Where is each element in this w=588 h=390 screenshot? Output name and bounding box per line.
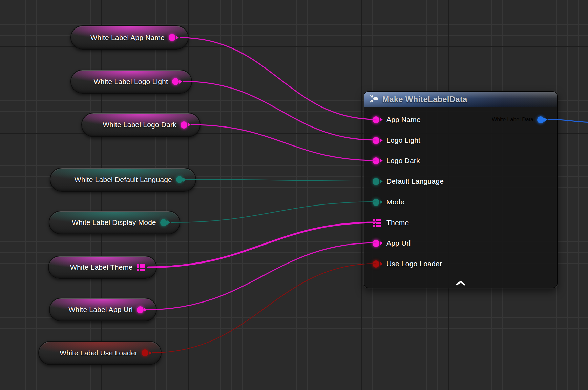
output-pin-enum[interactable]: [160, 219, 170, 226]
pin-dot: [373, 178, 379, 185]
pin-label: Logo Dark: [386, 157, 420, 165]
input-pin-enum[interactable]: [373, 199, 383, 206]
getter-node-white-label-use-loader[interactable]: White Label Use Loader: [38, 341, 162, 365]
input-pin-row-use-logo-loader[interactable]: Use Logo Loader: [373, 260, 442, 268]
pin-label: Logo Light: [386, 136, 420, 144]
input-pin-row-logo-light[interactable]: Logo Light: [373, 137, 420, 144]
wire-display-mode[interactable]: [171, 202, 376, 222]
pin-dot: [373, 240, 379, 247]
chevron-up-icon: [456, 280, 465, 286]
node-title: Make WhiteLabelData: [382, 95, 467, 104]
collapse-node-button[interactable]: [456, 280, 466, 286]
wire-use-loader[interactable]: [152, 264, 376, 353]
node-label: White Label App Name: [90, 34, 165, 42]
pin-dot: [160, 219, 167, 226]
pin-dot: [373, 116, 379, 123]
node-label: White Label Logo Light: [94, 78, 168, 86]
input-pin-row-default-language[interactable]: Default Language: [373, 178, 444, 185]
wire-theme[interactable]: [148, 222, 376, 267]
pin-arrow-icon: [380, 138, 383, 142]
getter-node-white-label-default-language[interactable]: White Label Default Language: [50, 168, 196, 192]
pin-dot: [172, 78, 179, 85]
input-pin-row-app-name[interactable]: App Name: [373, 116, 421, 123]
node-label: White Label App Url: [69, 306, 133, 314]
struct-pin-icon: [373, 219, 381, 227]
pin-dot: [373, 137, 379, 144]
wire-app-name[interactable]: [180, 38, 376, 119]
pin-arrow-icon: [380, 179, 383, 183]
make-struct-icon: [369, 94, 379, 105]
getter-node-white-label-display-mode[interactable]: White Label Display Mode: [49, 211, 180, 234]
pin-arrow-icon: [380, 200, 383, 204]
pin-dot: [181, 121, 187, 129]
wire-logo-dark[interactable]: [191, 125, 376, 160]
node-label: White Label Use Loader: [60, 349, 138, 357]
pin-dot: [373, 199, 379, 206]
node-header[interactable]: Make WhiteLabelData: [364, 92, 557, 107]
getter-node-white-label-app-url[interactable]: White Label App Url: [49, 298, 157, 321]
pin-label: App Name: [386, 116, 421, 124]
input-pin-row-theme[interactable]: Theme: [373, 219, 409, 227]
pin-arrow-icon: [380, 262, 383, 266]
getter-node-white-label-logo-light[interactable]: White Label Logo Light: [70, 70, 192, 94]
input-pin-string[interactable]: [373, 157, 383, 164]
node-label: White Label Default Language: [75, 176, 172, 184]
output-pin-string[interactable]: [137, 306, 147, 313]
pin-dot: [373, 157, 379, 164]
input-pin-struct[interactable]: [373, 219, 383, 227]
make-whitelabeldata-node[interactable]: Make WhiteLabelData App Name Logo Light …: [364, 91, 558, 288]
input-pin-row-mode[interactable]: Mode: [373, 198, 404, 206]
blueprint-graph-canvas[interactable]: { "app": "unreal-blueprint-graph", "colo…: [0, 0, 588, 390]
pin-arrow-icon: [380, 159, 383, 163]
output-pin-row-white-label-data[interactable]: White Label Data: [492, 116, 547, 123]
output-pin-string[interactable]: [172, 78, 182, 85]
input-pin-row-app-url[interactable]: App Url: [373, 239, 411, 247]
pin-arrow-icon: [188, 123, 191, 127]
output-pin-enum[interactable]: [176, 176, 186, 183]
pin-arrow-icon: [380, 241, 383, 245]
pin-arrow-icon: [380, 118, 383, 122]
wire-default-language[interactable]: [185, 179, 376, 181]
pin-label: Use Logo Loader: [386, 260, 442, 268]
output-pin-bool[interactable]: [142, 349, 152, 356]
pin-arrow-icon: [179, 80, 182, 84]
getter-node-white-label-theme[interactable]: White Label Theme: [48, 256, 157, 279]
getter-node-white-label-app-name[interactable]: White Label App Name: [70, 25, 189, 50]
pin-dot: [169, 34, 175, 41]
pin-arrow-icon: [149, 351, 152, 355]
pin-arrow-icon: [167, 220, 170, 225]
node-label: White Label Display Mode: [72, 218, 156, 227]
pin-dot: [142, 349, 148, 356]
pin-dot: [176, 176, 183, 183]
input-pin-enum[interactable]: [373, 178, 383, 185]
node-label: White Label Theme: [70, 263, 133, 271]
pin-arrow-icon: [144, 308, 147, 312]
wire-app-url[interactable]: [147, 243, 376, 310]
input-pin-string[interactable]: [373, 137, 383, 144]
input-pin-string[interactable]: [373, 116, 383, 123]
input-pin-string[interactable]: [373, 240, 383, 247]
output-pin-struct[interactable]: [537, 116, 547, 123]
pin-label: Default Language: [386, 177, 444, 186]
wire-logo-light[interactable]: [183, 81, 376, 140]
output-pin-string[interactable]: [181, 121, 191, 129]
pin-label: Mode: [386, 198, 404, 206]
output-pin-string[interactable]: [169, 34, 179, 41]
pin-dot: [537, 116, 544, 123]
struct-pin-icon: [137, 263, 145, 271]
output-pin-struct[interactable]: [137, 263, 147, 271]
node-label: White Label Logo Dark: [103, 121, 176, 129]
pin-label: Theme: [386, 219, 409, 227]
pin-arrow-icon: [544, 118, 547, 122]
pin-label: App Url: [386, 239, 411, 247]
pin-label: White Label Data: [492, 117, 533, 123]
pin-arrow-icon: [183, 178, 186, 182]
pin-dot: [373, 260, 379, 268]
getter-node-white-label-logo-dark[interactable]: White Label Logo Dark: [81, 113, 201, 137]
pin-dot: [137, 306, 144, 313]
pin-arrow-icon: [176, 36, 179, 40]
input-pin-bool[interactable]: [373, 260, 383, 268]
input-pin-row-logo-dark[interactable]: Logo Dark: [373, 157, 420, 164]
